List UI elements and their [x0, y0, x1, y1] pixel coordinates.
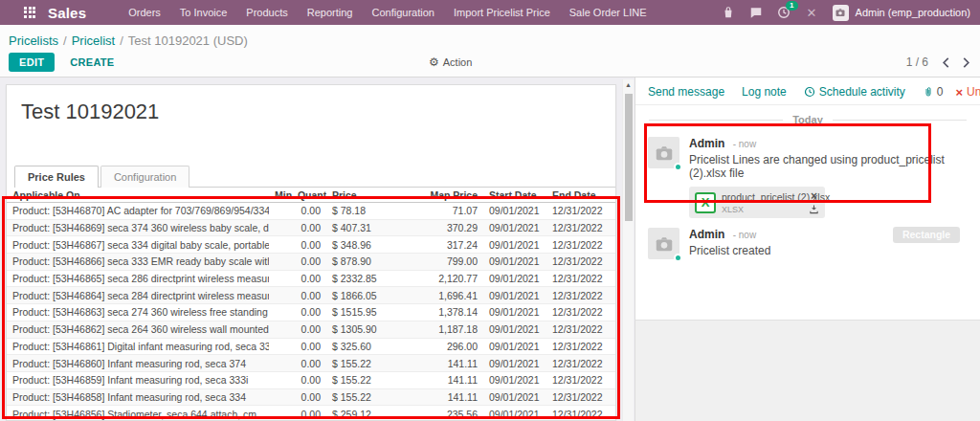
table-cell: 09/01/2021 — [483, 306, 546, 318]
table-row[interactable]: Product: [53H46863] seca 274 360 wireles… — [7, 304, 615, 321]
attachment-delete-icon[interactable]: × — [811, 190, 817, 202]
table-row[interactable]: Product: [53H46866] seca 333 EMR ready b… — [7, 254, 615, 271]
table-cell: Product: [53H46859] Infant measuring rod… — [7, 374, 269, 386]
table-row[interactable]: Product: [53H46867] seca 334 digital bab… — [7, 236, 615, 254]
table-cell: 141.11 — [403, 358, 483, 369]
scrollbar-up-arrow-icon[interactable]: ▲ — [623, 79, 634, 91]
table-cell: 799.00 — [403, 255, 483, 267]
vertical-scrollbar[interactable]: ▲ — [622, 79, 634, 421]
message-avatar-camera-icon — [648, 137, 679, 168]
nav-menu-item[interactable]: Configuration — [362, 0, 443, 25]
table-cell: $ 325.60 — [326, 341, 403, 352]
table-cell: 1,187.18 — [403, 323, 483, 335]
send-message-button[interactable]: Send message — [648, 85, 724, 99]
table-cell: 12/31/2022 — [546, 273, 615, 284]
app-title[interactable]: Sales — [48, 5, 86, 21]
message-author[interactable]: Admin — [689, 137, 724, 150]
pager-previous-icon[interactable] — [942, 57, 949, 68]
table-row[interactable]: Product: [53H46859] Infant measuring rod… — [7, 372, 615, 389]
activities-clock-icon[interactable]: 1 — [777, 6, 791, 20]
table-cell: 12/31/2022 — [546, 255, 615, 267]
nav-menu-item[interactable]: To Invoice — [170, 0, 237, 25]
activity-count-badge: 1 — [786, 1, 797, 11]
tab-price-rules[interactable]: Price Rules — [14, 166, 99, 188]
user-avatar-camera-icon — [833, 5, 849, 21]
table-row[interactable]: Product: [53H46869] seca 374 360 wireles… — [7, 220, 615, 237]
table-row[interactable]: Product: [53H46861] Digital infant measu… — [7, 339, 615, 356]
action-label: Action — [443, 56, 473, 68]
chatter-empty-area — [635, 320, 980, 421]
table-cell: $ 407.31 — [326, 222, 403, 233]
table-cell: $ 155.22 — [326, 391, 403, 403]
scrollbar-thumb[interactable] — [625, 94, 633, 221]
table-cell: Product: [53H46861] Digital infant measu… — [7, 341, 269, 352]
message-author[interactable]: Admin — [689, 228, 724, 241]
table-row[interactable]: Product: [53H46858] Infant measuring rod… — [7, 389, 615, 407]
table-cell: $ 1515.95 — [326, 306, 403, 318]
table-cell: 1,378.14 — [403, 306, 483, 318]
breadcrumb-pricelist-link[interactable]: Pricelist — [72, 33, 116, 48]
gear-icon: ⚙ — [429, 55, 439, 69]
button-row: EDIT CREATE ⚙ Action 1 / 6 — [0, 48, 980, 77]
column-header: Map Price — [403, 189, 483, 201]
attachments-button[interactable]: 0 — [923, 85, 944, 99]
message-body: Pricelist created — [689, 244, 770, 257]
unfollow-button[interactable]: × Unfollow — [956, 85, 980, 99]
table-cell: Product: [53H46864] seca 284 directprint… — [7, 290, 269, 301]
pricelist-form-sheet: Test 10192021 Price Rules Configuration … — [6, 84, 616, 421]
column-header: Applicable On — [7, 189, 269, 201]
table-cell: Product: [53H46856] Stadiometer, seca 64… — [7, 409, 269, 420]
pager-next-icon[interactable] — [963, 57, 970, 68]
table-row[interactable]: Product: [53H46856] Stadiometer, seca 64… — [7, 406, 615, 421]
table-cell: 0.00 — [269, 306, 326, 318]
table-cell: 12/31/2022 — [546, 239, 615, 251]
nav-menu-item[interactable]: Products — [236, 0, 297, 25]
table-row[interactable]: Product: [53H46865] seca 286 directprint… — [7, 271, 615, 288]
attachment-card[interactable]: X product_pricelist (2).xlsx XLSX × — [689, 187, 825, 218]
briefcase-icon[interactable] — [722, 6, 736, 20]
create-button[interactable]: CREATE — [70, 56, 114, 68]
nav-menu-item[interactable]: Orders — [119, 0, 170, 25]
attachment-name[interactable]: product_pricelist (2).xlsx — [722, 191, 803, 203]
table-cell: 0.00 — [269, 374, 326, 386]
breadcrumb-pricelists-link[interactable]: Pricelists — [9, 33, 58, 48]
messages-icon[interactable] — [749, 6, 764, 20]
table-cell: 141.11 — [403, 391, 483, 403]
action-menu-button[interactable]: ⚙ Action — [429, 55, 472, 69]
table-row[interactable]: Product: [53H46862] seca 264 360 wireles… — [7, 321, 615, 339]
user-menu[interactable]: Admin (emp_production) — [833, 5, 970, 21]
table-cell: 71.07 — [403, 205, 483, 216]
edit-button[interactable]: EDIT — [9, 53, 55, 72]
table-row[interactable]: Product: [53H46860] Infant measuring rod… — [7, 355, 615, 372]
message-timestamp: - now — [733, 230, 756, 240]
table-cell: 0.00 — [269, 391, 326, 403]
apps-menu-icon[interactable] — [24, 7, 36, 19]
date-divider: Today — [649, 114, 967, 125]
table-row[interactable]: Product: [53H46864] seca 284 directprint… — [7, 287, 615, 304]
column-header: End Date — [546, 189, 615, 201]
table-cell: $ 259.12 — [326, 409, 403, 420]
table-cell: $ 1866.05 — [326, 290, 403, 301]
user-name-label: Admin (emp_production) — [856, 7, 970, 18]
table-cell: 296.00 — [403, 341, 483, 352]
nav-menu-item[interactable]: Import Pricelist Price — [444, 0, 560, 25]
attachment-download-icon[interactable] — [809, 204, 819, 214]
nav-menu-item[interactable]: Reporting — [298, 0, 363, 25]
table-row[interactable]: Product: [53H46870] AC adapter for 703/7… — [7, 203, 615, 220]
log-note-button[interactable]: Log note — [742, 85, 787, 99]
nav-menu-item[interactable]: Sale Order LINE — [560, 0, 657, 25]
close-x-icon[interactable]: ✕ — [805, 6, 819, 20]
online-status-dot — [674, 254, 682, 262]
table-cell: 09/01/2021 — [483, 323, 546, 335]
schedule-activity-button[interactable]: Schedule activity — [804, 85, 905, 99]
table-cell: 0.00 — [269, 255, 326, 267]
table-cell: 0.00 — [269, 205, 326, 216]
table-cell: $ 155.22 — [326, 358, 403, 369]
top-navbar: Sales OrdersTo InvoiceProductsReportingC… — [0, 0, 980, 25]
message-avatar-camera-icon — [648, 228, 679, 259]
message-item: Admin - now Pricelist created — [635, 224, 980, 265]
message-body: Pricelist Lines are changed using produc… — [689, 153, 969, 180]
table-cell: $ 878.90 — [326, 255, 403, 267]
tab-configuration[interactable]: Configuration — [100, 166, 189, 188]
navbar-right: 1 ✕ Admin (emp_production) — [722, 5, 980, 21]
